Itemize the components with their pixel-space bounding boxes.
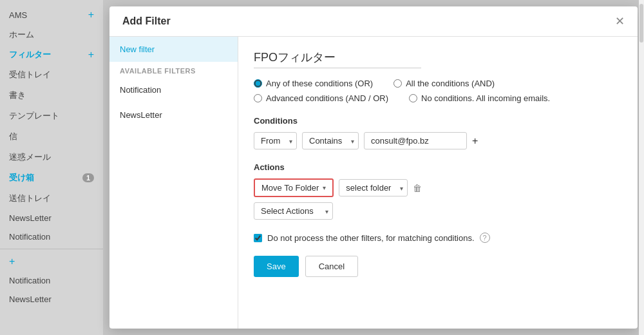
radio-no-conditions-label: No conditions. All incoming emails. (421, 93, 550, 103)
footer-buttons: Save Cancel (254, 256, 622, 277)
cancel-button[interactable]: Cancel (305, 256, 358, 277)
modal-close-button[interactable]: ✕ (615, 15, 625, 27)
sidebar-item-newsletter-2[interactable]: NewsLetter (0, 290, 103, 309)
modal-body: New filter AVAILABLE FILTERS Notificatio… (109, 37, 638, 329)
sidebar-item-soushin[interactable]: 送信トレイ (0, 188, 103, 209)
sidebar-item-notification[interactable]: Notification (0, 227, 103, 246)
filter-notification[interactable]: Notification (109, 77, 238, 102)
new-filter-item[interactable]: New filter (109, 37, 238, 62)
sidebar-item-ukebako[interactable]: 受け箱 1 (0, 168, 103, 188)
save-button[interactable]: Save (254, 256, 299, 277)
condition-value-input[interactable] (364, 132, 467, 149)
right-panel: FPOフィルター Any of these conditions (OR) Al… (238, 37, 638, 329)
radio-any-or-label: Any of these conditions (OR) (266, 79, 373, 88)
select-folder-dropdown[interactable]: select folder (339, 179, 408, 196)
conditions-label: Conditions (254, 116, 622, 126)
radio-all-and[interactable]: All the conditions (AND) (393, 79, 495, 88)
select-folder-wrapper: select folder (339, 179, 408, 196)
radio-group: Any of these conditions (OR) All the con… (254, 79, 622, 103)
checkbox-row: Do not process the other filters, for ma… (254, 233, 622, 243)
sidebar-item-newsletter[interactable]: NewsLetter (0, 209, 103, 227)
sidebar-add-icon[interactable]: + (9, 256, 15, 267)
radio-no-conditions-input[interactable] (409, 94, 417, 102)
no-process-checkbox[interactable] (254, 234, 262, 242)
select-actions-wrapper: Select Actions (254, 202, 333, 220)
move-to-folder-chevron-icon: ▾ (323, 184, 326, 191)
actions-section: Actions Move To Folder ▾ select folder 🗑 (254, 162, 622, 220)
sidebar-add-section: + (0, 252, 103, 271)
sidebar-item-home[interactable]: ホーム (0, 24, 103, 45)
add-condition-button[interactable]: + (472, 135, 478, 147)
conditions-row: From Contains + (254, 132, 622, 149)
select-actions-row: Select Actions (254, 202, 622, 220)
info-icon[interactable]: ? (480, 233, 490, 243)
sidebar-item-ams: AMS (9, 10, 27, 20)
sidebar-item-spam[interactable]: 迷惑メール (0, 147, 103, 168)
sidebar-add-filter[interactable]: + (88, 49, 94, 61)
contains-dropdown[interactable]: Contains (302, 132, 359, 149)
radio-row-2: Advanced conditions (AND / OR) No condit… (254, 93, 622, 103)
radio-any-or-input[interactable] (254, 79, 262, 88)
sidebar-add-ams[interactable]: + (88, 9, 94, 21)
move-to-folder-label: Move To Folder (261, 183, 319, 193)
radio-row-1: Any of these conditions (OR) All the con… (254, 79, 622, 88)
radio-no-conditions[interactable]: No conditions. All incoming emails. (409, 93, 550, 103)
modal: Add Filter ✕ New filter AVAILABLE FILTER… (109, 6, 638, 329)
radio-all-and-input[interactable] (393, 79, 402, 88)
radio-advanced[interactable]: Advanced conditions (AND / OR) (254, 93, 388, 103)
sidebar-item-write[interactable]: 書き (0, 85, 103, 106)
from-dropdown-wrapper: From (254, 132, 297, 149)
sidebar-item-filter: フィルター (9, 49, 51, 61)
sidebar-item-notification-2[interactable]: Notification (0, 271, 103, 290)
sidebar-item-inbox[interactable]: 受信トレイ (0, 64, 103, 85)
radio-all-and-label: All the conditions (AND) (406, 79, 495, 88)
available-filters-label: AVAILABLE FILTERS (109, 62, 238, 77)
delete-action-button[interactable]: 🗑 (413, 183, 422, 193)
checkbox-label: Do not process the other filters, for ma… (267, 233, 475, 243)
left-panel: New filter AVAILABLE FILTERS Notificatio… (109, 37, 238, 329)
filter-name[interactable]: FPOフィルター (254, 50, 421, 68)
ukebako-badge: 1 (82, 173, 94, 182)
move-to-folder-button[interactable]: Move To Folder ▾ (254, 178, 334, 197)
modal-overlay: Add Filter ✕ New filter AVAILABLE FILTER… (103, 0, 644, 335)
radio-advanced-input[interactable] (254, 94, 262, 102)
select-actions-dropdown[interactable]: Select Actions (254, 202, 333, 220)
sidebar-section-filter: フィルター + (0, 45, 103, 64)
actions-row: Move To Folder ▾ select folder 🗑 (254, 178, 622, 197)
contains-dropdown-wrapper: Contains (302, 132, 359, 149)
conditions-section: Conditions From Contains (254, 116, 622, 149)
modal-header: Add Filter ✕ (109, 6, 638, 37)
sidebar-divider (0, 249, 103, 249)
radio-advanced-label: Advanced conditions (AND / OR) (266, 93, 388, 103)
sidebar-item-shin[interactable]: 信 (0, 126, 103, 147)
sidebar-section-ams: AMS + (0, 5, 103, 24)
actions-label: Actions (254, 162, 622, 172)
from-dropdown[interactable]: From (254, 132, 297, 149)
modal-title: Add Filter (122, 15, 171, 27)
filter-newsletter[interactable]: NewsLetter (109, 102, 238, 128)
sidebar: AMS + ホーム フィルター + 受信トレイ 書き テンプレート 信 迷惑メー… (0, 0, 103, 335)
sidebar-item-template[interactable]: テンプレート (0, 106, 103, 126)
radio-any-or[interactable]: Any of these conditions (OR) (254, 79, 373, 88)
